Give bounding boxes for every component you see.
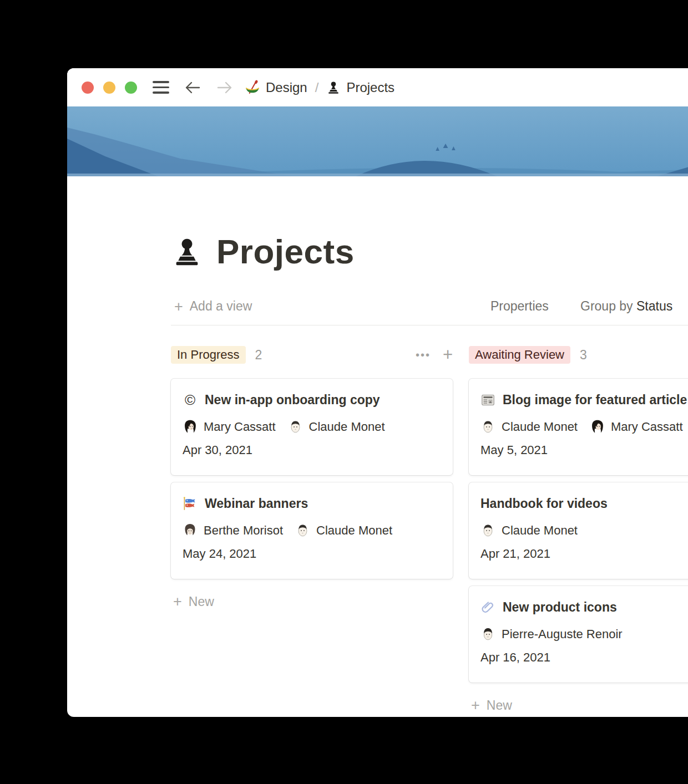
titlebar: Design / Projects [67,68,688,106]
breadcrumb-separator: / [315,80,319,95]
forward-button[interactable] [216,79,234,96]
avatar-pierre-auguste-renoir [480,627,495,642]
assignee: Claude Monet [295,523,392,538]
page-title[interactable]: Projects [216,232,355,271]
new-card-button[interactable]: + New [469,697,688,714]
column-awaiting-review: Awaiting Review 3 ••• + [469,345,688,714]
group-by-value: Status [636,299,672,313]
new-card-label: New [189,594,214,609]
assignee: Mary Cassatt [590,419,683,434]
assignee-name: Claude Monet [502,420,578,434]
arrow-left-icon [184,80,201,95]
column-header: Awaiting Review 3 ••• + [469,345,688,365]
pawn-icon[interactable] [171,236,203,268]
new-card-button[interactable]: + New [171,593,453,610]
app-window: Design / Projects [67,68,688,717]
kanban-board: In Progress 2 ••• + © New in-app onboard… [171,345,688,714]
avatar-claude-monet [480,419,495,434]
traffic-lights [82,82,137,94]
page-content: Projects + Add a view Properties Group b… [67,232,688,714]
breadcrumb-workspace-label: Design [266,80,307,95]
add-view-button[interactable]: + Add a view [174,299,252,314]
assignee-name: Berthe Morisot [204,523,283,538]
card-date: May 24, 2021 [183,547,441,561]
avatar-claude-monet [480,523,495,538]
arrow-right-icon [216,80,233,95]
column-add-button[interactable]: + [443,349,453,360]
status-badge: Awaiting Review [469,346,570,364]
view-toolbar: + Add a view Properties Group by Status [171,297,688,319]
breadcrumb-page[interactable]: Projects [326,80,394,95]
breadcrumb-page-label: Projects [346,80,394,95]
assignee-name: Mary Cassatt [204,420,276,434]
canoe-icon [245,80,260,95]
card[interactable]: New product icons [469,586,688,683]
menu-icon[interactable] [153,81,169,93]
back-button[interactable] [184,79,201,96]
copyright-icon: © [183,393,198,408]
avatar-claude-monet [288,419,303,434]
newspaper-icon [480,393,495,408]
properties-button[interactable]: Properties [490,299,549,314]
minimize-window-button[interactable] [103,82,115,94]
breadcrumb: Design / Projects [245,80,394,95]
avatar-mary-cassatt [590,419,605,434]
card-title: Handbook for videos [480,496,608,511]
card[interactable]: Blog image for featured article [469,379,688,475]
column-count: 2 [255,348,262,363]
zoom-window-button[interactable] [125,82,137,94]
new-card-label: New [487,698,512,713]
assignee: Mary Cassatt [183,419,276,434]
toolbar-divider [171,325,688,325]
card-date: Apr 30, 2021 [183,443,441,457]
avatar-claude-monet [295,523,310,538]
assignee: Claude Monet [480,523,578,538]
avatar-mary-cassatt [183,419,198,434]
mountain-landscape-image [67,106,688,176]
plus-icon: + [174,301,183,313]
group-by-button[interactable]: Group by Status [580,299,672,314]
assignee: Berthe Morisot [183,523,283,538]
assignee: Claude Monet [288,419,385,434]
close-window-button[interactable] [82,82,94,94]
paperclip-icon [480,600,495,615]
card[interactable]: Webinar banners [171,482,453,579]
add-view-label: Add a view [190,299,252,314]
card-date: Apr 21, 2021 [480,547,688,561]
page-title-row: Projects [171,232,688,271]
card-date: May 5, 2021 [480,443,688,457]
column-count: 3 [580,348,587,363]
card-date: Apr 16, 2021 [480,650,688,665]
assignee-name: Claude Monet [309,420,385,434]
status-badge: In Progress [171,346,246,364]
card-title: New in-app onboarding copy [205,393,380,408]
carp-streamer-icon [183,496,198,511]
plus-icon: + [173,593,182,610]
assignee-name: Pierre-Auguste Renoir [502,627,623,642]
column-in-progress: In Progress 2 ••• + © New in-app onboard… [171,345,453,610]
card-title: Blog image for featured article [503,393,687,408]
column-more-button[interactable]: ••• [416,352,431,358]
assignee-name: Claude Monet [316,523,392,538]
pawn-icon [326,80,341,95]
page-cover-image [67,106,688,176]
assignee-name: Mary Cassatt [611,420,683,434]
avatar-berthe-morisot [183,523,198,538]
card[interactable]: Handbook for videos [469,482,688,579]
plus-icon: + [471,697,480,714]
assignee-name: Claude Monet [502,523,578,538]
assignee: Pierre-Auguste Renoir [480,627,623,642]
breadcrumb-workspace[interactable]: Design [245,80,307,95]
card[interactable]: © New in-app onboarding copy [171,379,453,475]
column-header: In Progress 2 ••• + [171,345,453,365]
card-title: Webinar banners [205,496,308,511]
group-by-label: Group by [580,299,633,313]
assignee: Claude Monet [480,419,578,434]
card-title: New product icons [503,600,617,615]
